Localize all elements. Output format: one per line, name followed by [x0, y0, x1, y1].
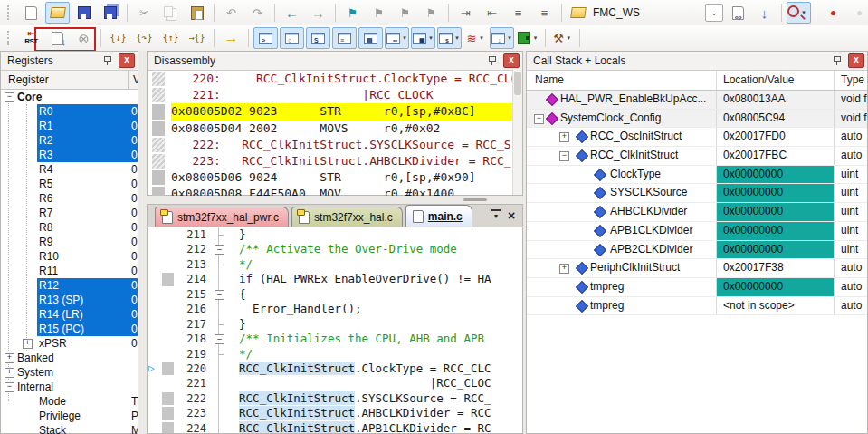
register-row[interactable]: R00	[1, 104, 138, 119]
tree-expander-icon[interactable]: −	[5, 382, 14, 392]
registers-tree[interactable]: −CoreR00R10R20R30R40R50R60R70R80R90R100R…	[1, 90, 138, 434]
paste-icon[interactable]	[185, 2, 209, 24]
navigate-back-icon[interactable]: ←	[280, 2, 304, 24]
save-all-icon[interactable]	[98, 2, 122, 24]
show-next-statement-icon[interactable]: →	[219, 27, 243, 49]
pin-icon[interactable]	[487, 55, 497, 66]
analysis-window-icon[interactable]: ≋▾	[463, 27, 488, 49]
tree-expander-icon[interactable]: +	[23, 339, 33, 349]
tree-expander-icon[interactable]: −	[559, 151, 569, 161]
column-divider[interactable]	[128, 71, 129, 89]
register-row[interactable]: R70	[1, 206, 138, 220]
clear-bookmarks-icon[interactable]: ⚑	[419, 2, 444, 24]
run-to-cursor-icon[interactable]: →{}	[185, 27, 209, 49]
register-row[interactable]: R13 (SP)0	[1, 293, 138, 307]
callstack-row[interactable]: +RCC_OscInitStruct0x20017FD0auto -	[527, 128, 867, 147]
name-column-label[interactable]: Name	[527, 71, 716, 90]
callstack-row[interactable]: APB1CLKDivider0x00000000uint	[527, 222, 867, 241]
pin-icon[interactable]	[102, 55, 112, 66]
fold-gutter[interactable]	[213, 287, 225, 302]
navigate-forward-icon[interactable]: →	[306, 2, 330, 24]
trace-window-icon[interactable]: ▾	[490, 27, 514, 49]
quick-find-icon[interactable]: ▾	[787, 2, 811, 24]
tree-expander-icon[interactable]: −	[534, 114, 544, 124]
stop-icon[interactable]: ⊗	[72, 27, 96, 49]
step-into-icon[interactable]: {↓}	[106, 27, 130, 49]
register-row[interactable]: R120	[1, 278, 138, 293]
serial-window-icon[interactable]: ▾	[437, 27, 462, 49]
register-row[interactable]: −Core	[1, 90, 138, 104]
find-next-icon[interactable]: ↓	[752, 2, 777, 24]
enable-breakpoint-icon[interactable]: ●	[847, 2, 868, 24]
tree-expander-icon[interactable]: −	[5, 92, 14, 102]
callstack-row[interactable]: +PeriphClkInitStruct0x20017F38auto -	[527, 259, 867, 278]
close-icon[interactable]: x	[848, 53, 864, 68]
tree-expander-icon[interactable]: +	[5, 368, 14, 378]
tree-expander-icon[interactable]: +	[5, 353, 14, 363]
register-row[interactable]: +System	[1, 365, 138, 380]
indent-icon[interactable]: ⇥	[453, 2, 478, 24]
register-row[interactable]: −Internal	[1, 380, 138, 394]
tree-expander-icon[interactable]: +	[559, 264, 569, 274]
new-file-icon[interactable]	[19, 2, 43, 24]
register-row[interactable]: R50	[1, 177, 138, 191]
register-row[interactable]: R30	[1, 148, 138, 162]
cut-icon[interactable]: ✂	[132, 2, 157, 24]
toolbar-grip[interactable]	[7, 31, 12, 45]
comment-icon[interactable]: ≡	[506, 2, 530, 24]
close-icon[interactable]: x	[119, 53, 135, 68]
register-row[interactable]: +Banked	[1, 351, 138, 365]
copy-icon[interactable]	[158, 2, 183, 24]
register-row[interactable]: ModeT	[1, 394, 138, 409]
register-row[interactable]: R14 (LR)0	[1, 307, 138, 322]
run-icon[interactable]	[45, 27, 70, 49]
callstack-row[interactable]: SYSCLKSource0x00000000uint	[527, 184, 867, 203]
command-window-icon[interactable]	[253, 27, 278, 49]
register-row[interactable]: R110	[1, 264, 138, 278]
memory-window-icon[interactable]: ▾	[411, 27, 435, 49]
project-select-combo[interactable]: FMC_WS⌄	[568, 3, 723, 23]
register-row[interactable]: R90	[1, 235, 138, 249]
register-row[interactable]: R40	[1, 162, 138, 177]
callstack-row[interactable]: AHBCLKDivider0x00000000uint	[527, 203, 867, 222]
prev-bookmark-icon[interactable]: ⚑	[367, 2, 391, 24]
register-row[interactable]: R15 (PC)0	[1, 322, 138, 336]
tab-list-icon[interactable]: ▾	[491, 209, 501, 220]
toggle-bookmark-icon[interactable]: ⚑	[340, 2, 365, 24]
close-icon[interactable]: x	[503, 53, 520, 68]
register-row[interactable]: R10	[1, 119, 138, 133]
disassembly-window-icon[interactable]	[280, 27, 304, 49]
callstack-tree[interactable]: HAL_PWR_EnableBkUpAcc...0x080013AAvoid f…	[527, 91, 867, 315]
horizontal-splitter[interactable]	[147, 196, 523, 204]
watch-window-icon[interactable]: ▾	[385, 27, 409, 49]
close-tab-icon[interactable]: ×	[504, 208, 519, 223]
tab-main.c[interactable]: main.c	[405, 205, 472, 227]
save-icon[interactable]	[72, 2, 96, 24]
callstack-row[interactable]: APB2CLKDivider0x00000000uint	[527, 241, 867, 260]
location-column-label[interactable]: Location/Value	[716, 71, 834, 90]
open-file-icon[interactable]	[45, 2, 70, 24]
disassembly-scrollbar[interactable]	[512, 70, 522, 195]
tab-stm32f7xx_hal.c[interactable]: stm32f7xx_hal.c	[291, 207, 403, 227]
fold-gutter[interactable]	[213, 332, 225, 346]
register-row[interactable]: R100	[1, 249, 138, 264]
callstack-row[interactable]: tmpreg<not in scope>auto -	[527, 297, 867, 316]
insert-breakpoint-icon[interactable]: ●	[821, 2, 845, 24]
toolbar-grip[interactable]	[7, 5, 12, 20]
callstack-window-icon[interactable]	[358, 27, 383, 49]
find-in-files-icon[interactable]	[726, 2, 750, 24]
callstack-row[interactable]: −SystemClock_Config0x08005C94void f	[527, 110, 867, 129]
editor-code-area[interactable]: 211 }212 /** Activate the Over-Drive mod…	[148, 227, 522, 433]
step-out-icon[interactable]: {↑}	[158, 27, 183, 49]
callstack-row[interactable]: tmpreg0x00000000auto -	[527, 278, 867, 297]
chevron-down-icon[interactable]: ⌄	[705, 4, 723, 22]
undo-icon[interactable]: ↶	[219, 2, 243, 24]
unindent-icon[interactable]: ⇤	[480, 2, 504, 24]
tab-stm32f7xx_hal_pwr.c[interactable]: stm32f7xx_hal_pwr.c	[155, 207, 289, 227]
callstack-row[interactable]: −RCC_ClkInitStruct0x20017FBCauto -	[527, 147, 867, 166]
fold-gutter[interactable]	[213, 242, 225, 256]
symbol-window-icon[interactable]	[306, 27, 330, 49]
type-column-label[interactable]: Type	[834, 71, 867, 90]
register-row[interactable]: PrivilegeP	[1, 409, 138, 423]
reset-cpu-icon[interactable]: ⇤RST	[19, 27, 43, 49]
